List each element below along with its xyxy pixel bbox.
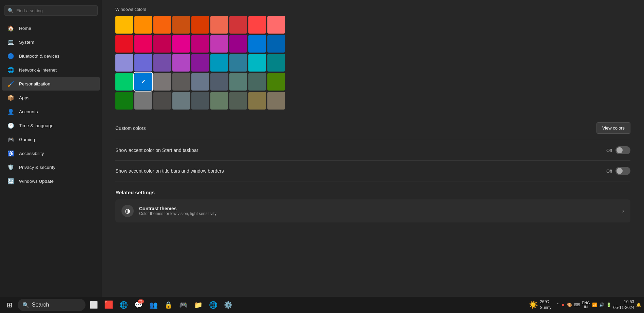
chrome-icon[interactable]: 🌐 xyxy=(117,298,130,312)
color-swatch-17[interactable] xyxy=(267,35,285,53)
chrome2-icon[interactable]: 🌐 xyxy=(206,298,220,312)
sidebar-label-network: Network & internet xyxy=(19,67,57,73)
color-swatch-9[interactable] xyxy=(115,35,133,53)
color-swatch-23[interactable] xyxy=(210,54,228,72)
wifi-icon[interactable]: 📶 xyxy=(592,302,597,307)
color-swatch-15[interactable] xyxy=(229,35,247,53)
color-swatch-35[interactable] xyxy=(267,73,285,91)
folder-icon[interactable]: 📁 xyxy=(191,298,205,312)
color-swatch-33[interactable] xyxy=(229,73,247,91)
sidebar-item-home[interactable]: 🏠 Home xyxy=(2,21,100,35)
sidebar-item-apps[interactable]: 📦 Apps xyxy=(2,91,100,104)
color-swatch-41[interactable] xyxy=(210,92,228,110)
color-swatch-5[interactable] xyxy=(210,16,228,34)
settings-icon[interactable]: ⚙️ xyxy=(221,298,235,312)
color-swatch-42[interactable] xyxy=(229,92,247,110)
color-swatch-22[interactable] xyxy=(191,54,209,72)
sidebar-item-accounts[interactable]: 👤 Accounts xyxy=(2,105,100,118)
keyboard-icon[interactable]: ⌨ xyxy=(574,302,580,307)
color-swatch-27[interactable] xyxy=(115,73,133,91)
color-swatch-13[interactable] xyxy=(191,35,209,53)
accent-start-row: Show accent color on Start and taskbar O… xyxy=(115,140,630,161)
chevron-right-icon: › xyxy=(622,208,624,215)
accent-start-value: Off xyxy=(606,148,612,153)
start-button[interactable]: ⊞ xyxy=(3,298,16,312)
color-swatch-18[interactable] xyxy=(115,54,133,72)
sidebar-item-network[interactable]: 🌐 Network & internet xyxy=(2,63,100,77)
color-swatch-34[interactable] xyxy=(248,73,266,91)
color-swatch-10[interactable] xyxy=(134,35,152,53)
sidebar-item-system[interactable]: 💻 System xyxy=(2,35,100,49)
color-swatch-32[interactable] xyxy=(210,73,228,91)
color-swatch-31[interactable] xyxy=(191,73,209,91)
lock-icon[interactable]: 🔒 xyxy=(162,298,175,312)
color-swatch-16[interactable] xyxy=(248,35,266,53)
sidebar-item-bluetooth[interactable]: 🔵 Bluetooth & devices xyxy=(2,49,100,63)
color-swatch-12[interactable] xyxy=(172,35,190,53)
sidebar-label-home: Home xyxy=(19,26,31,31)
sidebar-item-time[interactable]: 🕐 Time & language xyxy=(2,119,100,132)
color-swatch-20[interactable] xyxy=(153,54,171,72)
contrast-themes-card[interactable]: ◑ Contrast themes Color themes for low v… xyxy=(115,199,630,222)
color-swatch-7[interactable] xyxy=(248,16,266,34)
xbox-icon[interactable]: 🎮 xyxy=(176,298,190,312)
volume-icon[interactable]: 🔊 xyxy=(599,302,604,307)
badge-app-icon[interactable]: 💬 72 xyxy=(132,298,145,312)
color-swatch-4[interactable] xyxy=(191,16,209,34)
color-swatch-28[interactable] xyxy=(134,73,152,91)
notification-icon[interactable]: 🔔 xyxy=(636,302,641,307)
color-swatch-24[interactable] xyxy=(229,54,247,72)
search-box[interactable]: 🔍 xyxy=(4,5,98,16)
color-swatch-30[interactable] xyxy=(172,73,190,91)
color-swatch-0[interactable] xyxy=(115,16,133,34)
toggle-knob-2 xyxy=(617,168,623,174)
color-swatch-8[interactable] xyxy=(267,16,285,34)
color-swatch-1[interactable] xyxy=(134,16,152,34)
color-swatch-40[interactable] xyxy=(191,92,209,110)
color-swatch-11[interactable] xyxy=(153,35,171,53)
task-view-button[interactable]: ⬜ xyxy=(87,298,100,312)
expand-icon[interactable]: ⌃ xyxy=(556,302,560,307)
apps-icon: 📦 xyxy=(7,94,14,101)
color-swatch-19[interactable] xyxy=(134,54,152,72)
color-swatch-43[interactable] xyxy=(248,92,266,110)
color-swatch-6[interactable] xyxy=(229,16,247,34)
color-swatch-38[interactable] xyxy=(153,92,171,110)
accent-start-toggle[interactable] xyxy=(615,146,630,154)
color-swatch-25[interactable] xyxy=(248,54,266,72)
taskbar-search[interactable]: 🔍 Search xyxy=(18,299,86,311)
color-swatch-29[interactable] xyxy=(153,73,171,91)
red-app-icon[interactable]: 🟥 xyxy=(102,298,115,312)
sidebar-item-personalization[interactable]: 🖌️ Personalization xyxy=(2,77,100,91)
color-swatch-36[interactable] xyxy=(115,92,133,110)
weather-temp: 26°C xyxy=(540,299,551,305)
taskbar-time[interactable]: 10:53 05-11-2024 xyxy=(613,299,634,311)
contrast-card-left: ◑ Contrast themes Color themes for low v… xyxy=(121,205,216,217)
color-swatch-3[interactable] xyxy=(172,16,190,34)
sidebar-item-privacy[interactable]: 🛡️ Privacy & security xyxy=(2,160,100,174)
language-label: ENG IN xyxy=(582,301,590,309)
sidebar-item-accessibility[interactable]: ♿ Accessibility xyxy=(2,146,100,160)
teams-icon[interactable]: 👥 xyxy=(147,298,160,312)
color-swatch-39[interactable] xyxy=(172,92,190,110)
color-swatch-37[interactable] xyxy=(134,92,152,110)
search-input[interactable] xyxy=(16,8,94,13)
color-swatch-21[interactable] xyxy=(172,54,190,72)
accent-title-toggle[interactable] xyxy=(615,167,630,175)
view-colors-button[interactable]: View colors xyxy=(596,122,630,134)
sidebar-item-gaming[interactable]: 🎮 Gaming xyxy=(2,133,100,146)
sidebar-item-windows-update[interactable]: 🔄 Windows Update xyxy=(2,174,100,188)
color-swatch-14[interactable] xyxy=(210,35,228,53)
system-icon: 💻 xyxy=(7,39,14,45)
accent-start-label: Show accent color on Start and taskbar xyxy=(115,148,198,153)
sidebar-label-gaming: Gaming xyxy=(19,137,35,142)
custom-colors-label: Custom colors xyxy=(115,125,146,131)
color-swatch-2[interactable] xyxy=(153,16,171,34)
contrast-text: Contrast themes Color themes for low vis… xyxy=(139,206,216,216)
sidebar-label-bluetooth: Bluetooth & devices xyxy=(19,54,59,59)
weather-widget[interactable]: ☀️ 26°C Sunny xyxy=(526,298,554,312)
taskbar-search-label: Search xyxy=(32,302,49,308)
color-swatch-26[interactable] xyxy=(267,54,285,72)
related-settings-title: Related settings xyxy=(115,190,630,195)
color-swatch-44[interactable] xyxy=(267,92,285,110)
